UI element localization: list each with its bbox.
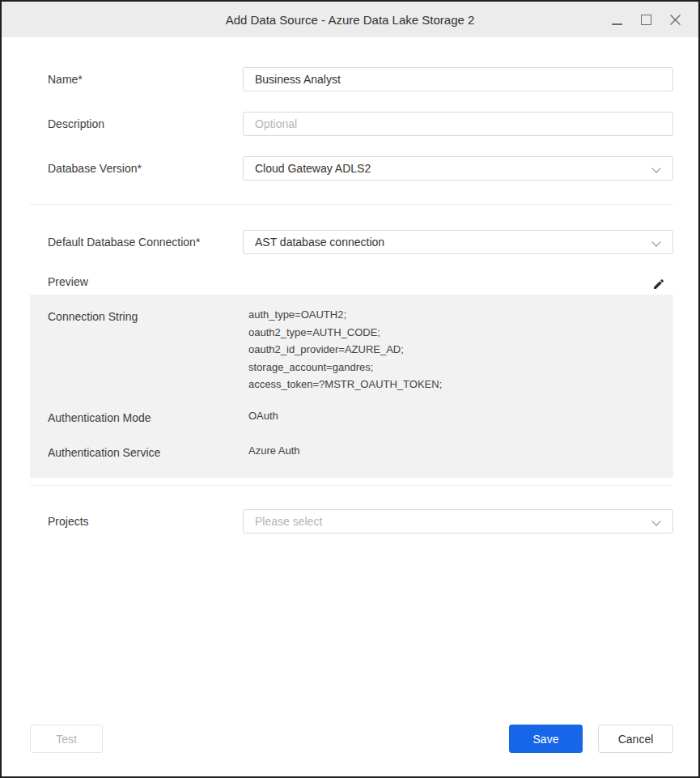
connection-string-label: Connection String: [48, 310, 138, 323]
connection-string-line: storage_account=gandres;: [248, 359, 442, 376]
database-version-select[interactable]: Cloud Gateway ADLS2: [243, 156, 673, 181]
minimize-button[interactable]: [606, 9, 627, 30]
close-button[interactable]: [664, 9, 685, 30]
database-version-value: Cloud Gateway ADLS2: [255, 162, 371, 175]
projects-placeholder: Please select: [255, 515, 322, 528]
connection-string-line: oauth2_type=AUTH_CODE;: [248, 324, 442, 342]
close-icon: [669, 14, 681, 26]
preview-label: Preview: [48, 275, 88, 288]
default-database-connection-value: AST database connection: [255, 236, 384, 249]
projects-label: Projects: [48, 509, 89, 534]
edit-preview-button[interactable]: [651, 276, 667, 292]
name-label: Name*: [48, 67, 83, 91]
minimize-icon: [612, 23, 622, 25]
pencil-icon: [652, 278, 665, 291]
add-data-source-dialog: Add Data Source - Azure Data Lake Storag…: [0, 0, 700, 778]
maximize-icon: [641, 15, 651, 25]
dialog-title: Add Data Source - Azure Data Lake Storag…: [226, 13, 475, 27]
connection-string-line: auth_type=OAUTH2;: [248, 306, 442, 324]
name-input[interactable]: [243, 67, 673, 91]
database-version-label: Database Version*: [48, 156, 142, 181]
window-controls: [606, 2, 685, 37]
save-button[interactable]: Save: [509, 725, 583, 753]
default-database-connection-label: Default Database Connection*: [48, 230, 200, 254]
section-divider: [30, 204, 673, 205]
maximize-button[interactable]: [635, 9, 656, 30]
authentication-mode-label: Authentication Mode: [48, 411, 151, 424]
description-input[interactable]: [243, 112, 673, 136]
test-button[interactable]: Test: [30, 725, 103, 753]
titlebar: Add Data Source - Azure Data Lake Storag…: [2, 2, 698, 37]
authentication-mode-value: OAuth: [248, 410, 278, 422]
chevron-down-icon: [651, 237, 660, 246]
authentication-service-label: Authentication Service: [48, 446, 160, 459]
cancel-button[interactable]: Cancel: [598, 725, 673, 753]
chevron-down-icon: [651, 517, 660, 525]
connection-string-line: oauth2_id_provider=AZURE_AD;: [248, 341, 442, 359]
chevron-down-icon: [651, 164, 660, 172]
projects-select[interactable]: Please select: [243, 509, 673, 534]
preview-panel: Connection String auth_type=OAUTH2; oaut…: [30, 295, 673, 478]
connection-string-line: access_token=?MSTR_OAUTH_TOKEN;: [248, 376, 442, 393]
default-database-connection-select[interactable]: AST database connection: [243, 230, 673, 254]
section-divider: [30, 485, 673, 486]
description-label: Description: [48, 112, 104, 136]
authentication-service-value: Azure Auth: [248, 444, 300, 457]
connection-string-value: auth_type=OAUTH2; oauth2_type=AUTH_CODE;…: [248, 306, 442, 393]
